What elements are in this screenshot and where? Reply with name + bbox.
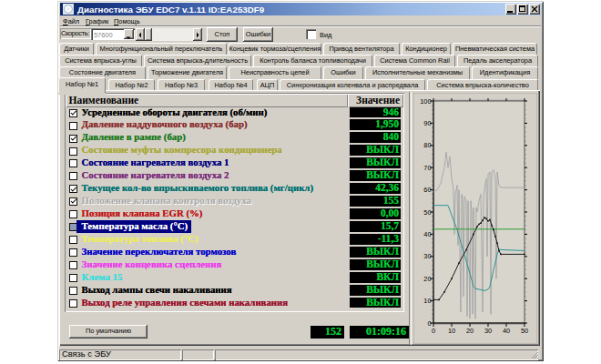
svg-text:0: 0 [427,319,431,328]
svg-text:30: 30 [484,327,492,335]
svg-text:70: 70 [423,164,431,172]
svg-text:10: 10 [423,297,431,305]
svg-text:50: 50 [521,327,528,335]
svg-text:10: 10 [448,327,455,335]
svg-text:40: 40 [503,327,510,335]
svg-text:40: 40 [423,230,431,238]
svg-text:60: 60 [423,186,431,194]
svg-text:100: 100 [420,97,431,106]
svg-text:20: 20 [423,275,431,283]
svg-text:30: 30 [423,252,431,260]
svg-text:0: 0 [432,327,435,335]
svg-text:80: 80 [423,141,431,149]
svg-text:50: 50 [423,208,431,217]
svg-text:20: 20 [466,327,474,335]
svg-text:90: 90 [423,119,431,127]
